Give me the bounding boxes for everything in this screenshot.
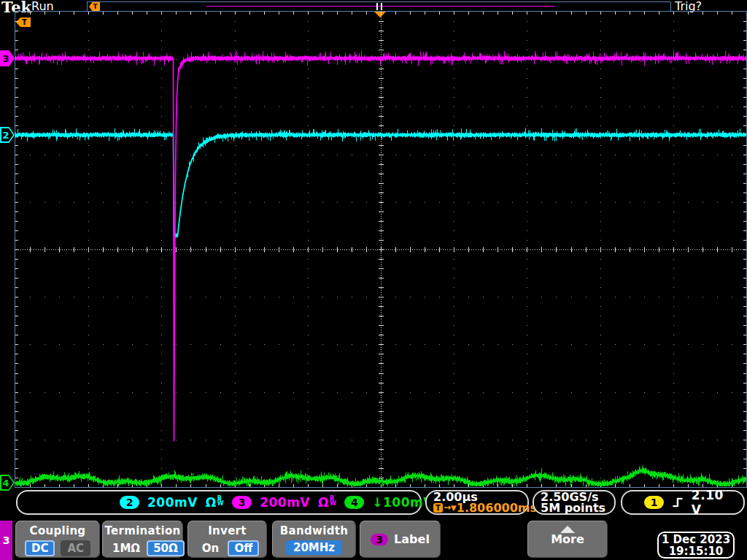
record-view-bar[interactable]: T (87, 1, 671, 12)
invert-button[interactable]: Invert On Off (187, 521, 267, 558)
record-window-bracket[interactable] (376, 3, 382, 10)
ch2-impedance: Ω BW (206, 495, 224, 510)
channel3-marker[interactable]: 3 (0, 50, 15, 66)
time-text: 19:15:10 (669, 545, 724, 557)
more-button[interactable]: More (527, 521, 608, 558)
ch4-badge: 4 (344, 496, 364, 509)
graticule-frame (15, 11, 747, 488)
ch3-badge: 3 (232, 496, 252, 509)
date-text: 1 Dec 2023 (662, 534, 730, 545)
channel4-marker[interactable]: 4 (0, 475, 15, 491)
coupling-button[interactable]: Coupling DC AC (15, 521, 100, 558)
label-channel-badge: 3 (371, 534, 388, 545)
ch3-scale: 200mV (260, 495, 310, 510)
trigger-level: 2.10 V (692, 488, 735, 517)
horizontal-readout: 2.00µs T → ▼ 1.806000ms (425, 490, 529, 515)
trigger-readout: 1 2.10 V (621, 490, 745, 515)
termination-button[interactable]: Termination 1MΩ 50Ω (102, 521, 183, 558)
ch4-scale: ↓100mV (372, 495, 433, 510)
rising-edge-icon (673, 496, 683, 509)
termination-1m-option[interactable]: 1MΩ (106, 540, 147, 556)
termination-50-option[interactable]: 50Ω (147, 540, 185, 556)
invert-on-option[interactable]: On (196, 540, 225, 556)
bandwidth-button[interactable]: Bandwidth 20MHz (272, 521, 356, 558)
bandwidth-value[interactable]: 20MHz (286, 540, 342, 555)
ch2-bwlimit: BW (217, 496, 224, 510)
vertical-readouts: 2 200mV Ω BW 3 200mV Ω BW 4 ↓100mV Ω BW (16, 490, 422, 515)
oscilloscope-screen: Tek Run Trig? T T 3 2 4 2 200mV Ω BW 3 2… (0, 0, 747, 560)
channel2-marker[interactable]: 2 (0, 127, 15, 143)
record-length: 5M points (541, 502, 605, 513)
delay-trigger-icon: T (433, 503, 443, 513)
coupling-dc-option[interactable]: DC (25, 540, 55, 556)
ch2-badge: 2 (120, 496, 139, 509)
waveform-display[interactable] (15, 12, 746, 487)
datetime-display: 1 Dec 2023 19:15:10 (657, 532, 735, 559)
ch2-scale: 200mV (147, 495, 198, 510)
record-trigger-position-icon[interactable]: T (89, 2, 100, 11)
trigger-source-badge: 1 (644, 496, 664, 509)
acquisition-readout: 2.50GS/s 5M points (533, 490, 616, 515)
delay-marker-icon: ▼ (451, 502, 457, 513)
menu-channel-tab: 3 (0, 521, 12, 560)
ch3-bwlimit: BW (330, 496, 336, 510)
label-button[interactable]: 3 Label (360, 521, 441, 558)
ch3-impedance: Ω BW (318, 495, 336, 510)
horizontal-delay: T → ▼ 1.806000ms (433, 502, 537, 513)
coupling-ac-option[interactable]: AC (61, 540, 90, 556)
delay-arrow-icon: → (444, 502, 451, 513)
invert-off-option[interactable]: Off (228, 540, 259, 556)
